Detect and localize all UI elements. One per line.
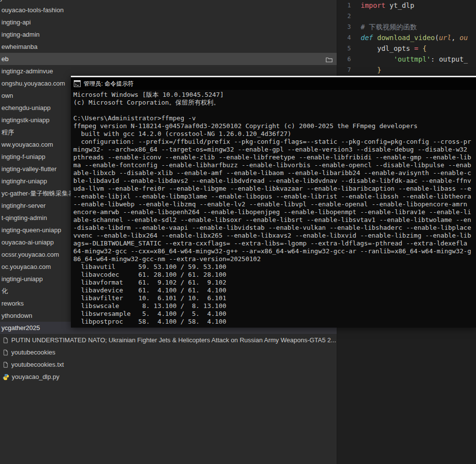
token-kw: import — [361, 1, 386, 9]
token-plain: ( — [435, 34, 439, 42]
code-text: ydl_opts = { — [353, 43, 427, 54]
tree-item-label: ongshu.youyacao.com — [1, 80, 65, 87]
terminal-line: ffmpeg version N-118214-g0457aaf0d3-2025… — [73, 122, 476, 130]
token-plain — [361, 55, 393, 63]
token-plain: , — [451, 34, 459, 42]
file-item-label: youtubecookies.txt — [11, 358, 64, 371]
tree-item-label: own — [1, 92, 13, 99]
code-line: 7 } — [337, 65, 476, 75]
code-line: 1import yt_dlp — [337, 0, 476, 11]
terminal-line: libavfilter 10. 6.101 / 10. 6.101 — [73, 294, 476, 302]
tree-item-label: ingting-valley-flutter — [1, 165, 57, 173]
tree-item-label: ouyacao-ai-uniapp — [1, 239, 54, 246]
tree-item-label: t-qingting-admin — [1, 214, 47, 221]
token-bracket: { — [422, 44, 426, 52]
code-lines: 1import yt_dlp23# 下载视频的函数4def download_v… — [337, 0, 476, 75]
terminal-line: mingw32- --arch=x86_64 --target-os=mingw… — [73, 146, 476, 154]
tree-item-ouyacao-tools-fashion[interactable]: ouyacao-tools-fashion — [0, 4, 337, 16]
tree-item-label: ingting-api — [1, 19, 31, 26]
terminal-line: able-schannel --enable-sdl2 --enable-lib… — [73, 216, 476, 224]
tree-item-label: ewheimanba — [1, 43, 38, 50]
tree-item-ewheimanba[interactable]: ewheimanba — [0, 41, 337, 53]
terminal-line: libavutil 59. 53.100 / 59. 53.100 — [73, 263, 476, 271]
cmd-window[interactable]: 管理员: 命令提示符 Microsoft Windows [版本 10.0.19… — [71, 76, 476, 327]
line-number: 5 — [337, 43, 353, 54]
file-item[interactable]: youtubecookies.txt — [0, 358, 337, 371]
terminal-line: --enable-libwebp --enable-libzmq --enabl… — [73, 200, 476, 208]
terminal-line: built with gcc 14.2.0 (crosstool-NG 1.26… — [73, 130, 476, 138]
tree-item-label: ingtingi-uniapp — [1, 275, 43, 283]
token-defkw: def — [361, 34, 373, 42]
cmd-window-title: 管理员: 命令提示符 — [84, 80, 134, 88]
file-item-label: youtubecookies — [11, 346, 55, 358]
token-plain: yt_dlp — [386, 1, 414, 9]
cmd-icon — [74, 80, 81, 87]
code-line: 4def download_video(url, ou — [337, 32, 476, 43]
terminal-line: encore-amrwb --enable-libopenh264 --enab… — [73, 208, 476, 216]
tree-item-label: 程序 — [1, 129, 14, 136]
token-string: 'outtmpl' — [393, 55, 431, 63]
token-plain — [361, 66, 377, 74]
code-line: 2 — [337, 11, 476, 22]
tree-item-ingting-api[interactable]: ingting-api — [0, 16, 337, 28]
terminal-line: libavcodec 61. 28.100 / 61. 28.100 — [73, 271, 476, 279]
line-number: 6 — [337, 54, 353, 65]
token-func: download_video — [377, 34, 435, 42]
tree-item-label: ingting-f-uniapp — [1, 153, 45, 160]
row-folder-badge[interactable] — [325, 55, 333, 63]
tree-item-label: eb — [1, 55, 8, 63]
file-item[interactable]: youtubecookies — [0, 346, 337, 358]
python-icon — [2, 374, 9, 380]
terminal-line: libpostproc 58. 4.100 / 58. 4.100 — [73, 318, 476, 326]
file-item-label: youyacao_dlp.py — [12, 371, 60, 383]
code-text: # 下载视频的函数 — [353, 22, 417, 32]
code-text: } — [353, 65, 381, 75]
terminal-line: ma --enable-fontconfig --enable-libharfb… — [73, 161, 476, 169]
token-bracket: } — [377, 66, 381, 74]
terminal-line: (c) Microsoft Corporation。保留所有权利。 — [73, 99, 476, 107]
token-plain — [373, 34, 377, 42]
token-kw: = — [414, 44, 418, 52]
token-param: url — [439, 34, 451, 42]
terminal-line: pthreads --enable-iconv --enable-zlib --… — [73, 154, 476, 161]
file-item-label: PUTIN UNDERSTIMATED NATO; Ukrainian Figh… — [11, 334, 336, 346]
code-line: 5 ydl_opts = { — [337, 43, 476, 54]
line-number: 3 — [337, 22, 353, 32]
line-number: 7 — [337, 65, 353, 75]
terminal-line: C:\Users\Administrator>ffmpeg -v — [73, 114, 476, 122]
line-number: 2 — [337, 11, 353, 22]
terminal-line: vvenc --enable-libx264 --enable-libx265 … — [73, 232, 476, 240]
cmd-terminal-output[interactable]: Microsoft Windows [版本 10.0.19045.5247](c… — [71, 90, 476, 328]
tree-item-label: ww.youyacao.com — [1, 141, 53, 148]
tree-item-eb[interactable]: eb — [0, 53, 337, 65]
tree-item-label: ingtinghr-server — [1, 202, 45, 209]
tree-item-label: ingting-queen-uniapp — [1, 226, 61, 234]
tree-item-label: 化 — [1, 287, 8, 295]
tree-item-label: ingtingstk-uniapp — [1, 116, 49, 124]
code-text — [353, 11, 361, 22]
terminal-line: 64-mingw32-gcc --cxx=x86_64-w64-mingw32-… — [73, 247, 476, 255]
tree-item-ingting-admin[interactable]: ingting-admin — [0, 28, 337, 41]
token-param: ou — [459, 34, 468, 42]
file-item[interactable]: PUTIN UNDERSTIMATED NATO; Ukrainian Figh… — [0, 334, 337, 346]
code-text: 'outtmpl': output_ — [353, 54, 468, 65]
terminal-line: libswresample 5. 4.100 / 5. 4.100 — [73, 310, 476, 318]
code-line: 3# 下载视频的函数 — [337, 22, 476, 32]
terminal-line: uda-llvm --enable-frei0r --enable-libgme… — [73, 185, 476, 193]
tree-item-label: ycgather2025 — [1, 324, 40, 331]
tree-item-label: ouyacao-tools-fashion — [1, 6, 64, 14]
terminal-line: libavdevice 61. 4.100 / 61. 4.100 — [73, 287, 476, 294]
tree-item-label: ythondown — [1, 312, 32, 319]
file-icon — [2, 349, 9, 356]
folder-icon — [325, 56, 333, 64]
cmd-titlebar[interactable]: 管理员: 命令提示符 — [71, 77, 476, 90]
terminal-line: libswscale 8. 13.100 / 8. 13.100 — [73, 302, 476, 310]
token-plain: ydl_opts — [361, 44, 414, 52]
file-item[interactable]: youyacao_dlp.py — [0, 371, 337, 383]
code-line: 6 'outtmpl': output_ — [337, 54, 476, 65]
code-text: def download_video(url, ou — [353, 32, 468, 43]
code-text: import yt_dlp — [353, 0, 414, 11]
terminal-line: Microsoft Windows [版本 10.0.19045.5247] — [73, 91, 476, 99]
token-comment: # 下载视频的函数 — [361, 23, 417, 31]
line-number: 1 — [337, 0, 353, 11]
